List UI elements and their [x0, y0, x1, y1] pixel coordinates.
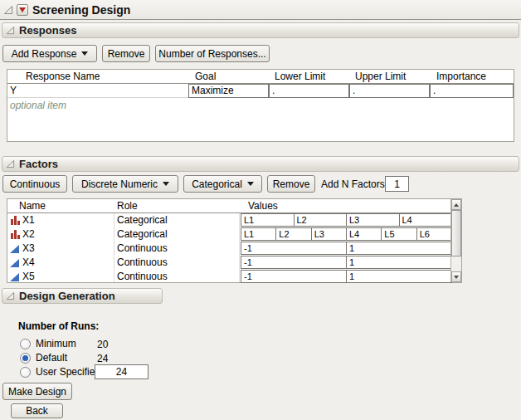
- factor-role[interactable]: Continuous: [117, 270, 168, 284]
- factor-row: X2 Categorical L1 L2 L3 L4 L5 L6: [7, 227, 452, 242]
- screening-design-window: Screening Design Responses Add Response …: [0, 0, 521, 420]
- disclosure-triangle-icon[interactable]: [6, 291, 15, 300]
- continuous-icon: [10, 273, 19, 281]
- number-of-runs-label: Number of Runs:: [18, 320, 99, 332]
- lower-limit-cell[interactable]: .: [269, 84, 349, 98]
- value-cell[interactable]: -1: [241, 256, 347, 269]
- categorical-button[interactable]: Categorical: [183, 175, 262, 193]
- value-cell[interactable]: L3: [311, 227, 347, 241]
- value-cell[interactable]: L4: [346, 227, 382, 241]
- value-cell[interactable]: 1: [346, 242, 452, 255]
- goal-cell[interactable]: Maximize: [188, 84, 269, 98]
- factor-name[interactable]: X4: [22, 256, 35, 270]
- value-cell[interactable]: -1: [241, 270, 347, 283]
- value-cell[interactable]: L1: [241, 213, 295, 227]
- factor-role[interactable]: Categorical: [117, 227, 168, 242]
- factor-row: X1 Categorical L1 L2 L3 L4: [7, 213, 452, 227]
- value-cell[interactable]: L2: [275, 227, 311, 241]
- red-triangle-menu-icon[interactable]: [17, 4, 28, 16]
- factor-role[interactable]: Categorical: [117, 213, 168, 227]
- importance-cell[interactable]: .: [430, 84, 514, 98]
- add-n-factors-label: Add N Factors: [321, 177, 385, 192]
- user-specified-runs-input[interactable]: [95, 364, 149, 379]
- response-name-cell[interactable]: Y: [10, 84, 17, 98]
- make-design-button[interactable]: Make Design: [2, 383, 72, 400]
- factors-title: Factors: [19, 158, 58, 170]
- minimum-runs-value: 20: [97, 339, 108, 350]
- chevron-down-icon: [247, 182, 254, 186]
- categorical-label: Categorical: [192, 178, 242, 190]
- value-cell[interactable]: L6: [416, 227, 452, 241]
- add-response-label: Add Response: [12, 48, 77, 60]
- scroll-down-icon[interactable]: [451, 271, 461, 282]
- number-of-responses-label: Number of Responses...: [158, 48, 265, 60]
- categorical-icon: [11, 216, 20, 225]
- factor-name[interactable]: X1: [22, 213, 35, 227]
- categorical-icon: [11, 230, 20, 239]
- value-cell[interactable]: L2: [294, 213, 348, 227]
- number-of-responses-button[interactable]: Number of Responses...: [155, 45, 270, 62]
- discrete-numeric-button[interactable]: Discrete Numeric: [72, 175, 178, 193]
- continuous-label: Continuous: [10, 178, 61, 190]
- responses-header: Responses: [2, 22, 519, 38]
- value-cell[interactable]: L4: [399, 213, 453, 227]
- title-bar: Screening Design: [0, 0, 521, 20]
- default-runs-value: 24: [97, 353, 108, 364]
- col-values: Values: [248, 199, 278, 213]
- optional-item-row[interactable]: optional item: [10, 99, 66, 113]
- response-row: Y Maximize . . .: [7, 84, 514, 98]
- col-goal: Goal: [195, 70, 216, 84]
- add-n-factors-input[interactable]: [385, 176, 409, 192]
- value-cell[interactable]: L3: [346, 213, 400, 227]
- back-label: Back: [26, 405, 48, 417]
- factors-table-header: Name Role Values: [7, 199, 450, 213]
- factors-scrollbar[interactable]: [450, 199, 461, 282]
- value-cell[interactable]: 1: [346, 270, 452, 283]
- chevron-down-icon: [81, 51, 88, 56]
- chevron-down-icon: [163, 182, 169, 186]
- col-response-name: Response Name: [26, 70, 100, 84]
- factor-values: L1 L2 L3 L4 L5 L6: [241, 227, 452, 242]
- radio-default-label: Default: [36, 352, 67, 364]
- factors-table: Name Role Values X1 Categorical L1 L2 L3…: [7, 198, 462, 283]
- scroll-up-icon[interactable]: [451, 199, 461, 210]
- back-button[interactable]: Back: [11, 403, 63, 418]
- factor-name[interactable]: X5: [22, 270, 35, 284]
- continuous-icon: [10, 259, 19, 267]
- factor-values: -1 1: [241, 242, 452, 256]
- value-cell[interactable]: -1: [241, 242, 347, 255]
- scrollbar-thumb[interactable]: [451, 210, 461, 256]
- radio-icon: [20, 339, 31, 349]
- responses-table: Response Name Goal Lower Limit Upper Lim…: [7, 69, 514, 142]
- radio-user-specified-label: User Specified: [36, 366, 100, 378]
- remove-factor-button[interactable]: Remove: [267, 175, 315, 193]
- disclosure-triangle-icon[interactable]: [6, 159, 15, 168]
- value-cell[interactable]: 1: [346, 256, 452, 269]
- factors-header: Factors: [2, 156, 519, 172]
- factor-name[interactable]: X2: [22, 227, 35, 242]
- radio-minimum[interactable]: Minimum: [20, 338, 76, 349]
- factor-values: L1 L2 L3 L4: [241, 213, 452, 227]
- col-lower-limit: Lower Limit: [275, 70, 325, 84]
- add-response-button[interactable]: Add Response: [2, 45, 97, 62]
- radio-default[interactable]: Default: [20, 352, 67, 364]
- radio-icon: [20, 367, 31, 378]
- factor-values: -1 1: [241, 270, 452, 284]
- upper-limit-cell[interactable]: .: [349, 84, 430, 98]
- value-cell[interactable]: L1: [241, 227, 276, 241]
- factor-role[interactable]: Continuous: [117, 256, 168, 270]
- col-upper-limit: Upper Limit: [355, 70, 406, 84]
- factor-values: -1 1: [241, 256, 452, 270]
- remove-factor-label: Remove: [273, 178, 310, 190]
- continuous-button[interactable]: Continuous: [2, 175, 67, 193]
- disclosure-triangle-icon[interactable]: [3, 5, 13, 15]
- radio-user-specified[interactable]: User Specified: [20, 366, 100, 378]
- value-cell[interactable]: L5: [381, 227, 416, 241]
- continuous-icon: [10, 245, 19, 253]
- disclosure-triangle-icon[interactable]: [6, 26, 15, 35]
- make-design-label: Make Design: [8, 386, 66, 398]
- factor-role[interactable]: Continuous: [117, 242, 168, 256]
- factor-name[interactable]: X3: [22, 242, 35, 256]
- remove-response-button[interactable]: Remove: [102, 45, 150, 62]
- col-role: Role: [117, 199, 138, 213]
